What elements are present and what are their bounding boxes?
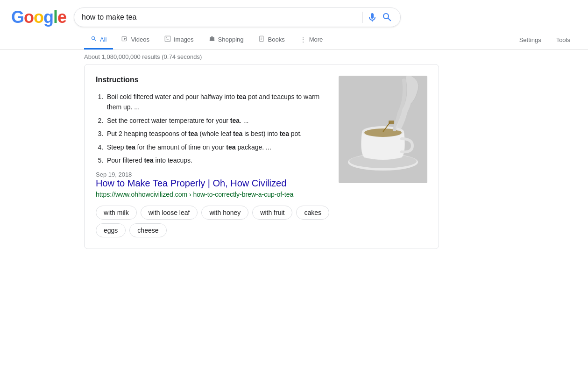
tab-images[interactable]: Images bbox=[158, 31, 200, 50]
search-input[interactable] bbox=[82, 13, 359, 21]
tab-videos-label: Videos bbox=[131, 36, 149, 43]
logo-letter-o2: o bbox=[34, 7, 43, 27]
instructions-list: Boil cold filtered water and pour halfwa… bbox=[96, 92, 331, 165]
settings-link[interactable]: Settings bbox=[513, 32, 548, 48]
tab-all[interactable]: All bbox=[84, 31, 113, 50]
books-icon bbox=[259, 36, 265, 43]
tools-link[interactable]: Tools bbox=[550, 32, 577, 48]
google-logo: Google bbox=[11, 7, 66, 27]
tab-books[interactable]: Books bbox=[252, 31, 291, 50]
tab-more[interactable]: ⋮ More bbox=[293, 31, 330, 50]
logo-letter-g: G bbox=[11, 7, 24, 27]
logo-letter-e: e bbox=[57, 7, 66, 27]
chip-eggs[interactable]: eggs bbox=[96, 223, 126, 237]
tab-shopping[interactable]: Shopping bbox=[202, 31, 250, 50]
more-icon: ⋮ bbox=[300, 36, 306, 43]
mic-icon[interactable] bbox=[367, 12, 378, 23]
svg-point-3 bbox=[166, 37, 167, 38]
list-item: Pour filtered tea into teacups. bbox=[105, 155, 331, 165]
list-item: Boil cold filtered water and pour halfwa… bbox=[105, 92, 331, 113]
logo-letter-o1: o bbox=[24, 7, 34, 27]
chip-with-loose-leaf[interactable]: with loose leaf bbox=[141, 206, 198, 220]
chip-cheese[interactable]: cheese bbox=[129, 223, 166, 237]
featured-date: Sep 19, 2018 bbox=[96, 171, 331, 178]
tab-more-label: More bbox=[309, 36, 323, 43]
chip-with-milk[interactable]: with milk bbox=[96, 206, 137, 220]
results-count: About 1,080,000,000 results (0.74 second… bbox=[0, 50, 588, 64]
instructions-title: Instructions bbox=[96, 76, 331, 84]
header: Google bbox=[0, 0, 588, 27]
chip-with-honey[interactable]: with honey bbox=[201, 206, 248, 220]
svg-rect-11 bbox=[389, 121, 394, 124]
tab-shopping-label: Shopping bbox=[218, 36, 244, 43]
list-item: Put 2 heaping teaspoons of tea (whole le… bbox=[105, 128, 331, 139]
result-url: https://www.ohhowcivilized.com › how-to-… bbox=[96, 191, 331, 198]
search-icon[interactable] bbox=[382, 12, 393, 23]
search-bar[interactable] bbox=[74, 7, 401, 27]
list-item: Steep tea for the amount of time on your… bbox=[105, 142, 331, 152]
images-icon bbox=[164, 36, 171, 43]
svg-rect-2 bbox=[165, 36, 170, 42]
shopping-icon bbox=[209, 36, 215, 43]
list-item: Set the correct water temperature for yo… bbox=[105, 115, 331, 126]
logo-letter-l: l bbox=[53, 7, 57, 27]
logo-letter-g2: g bbox=[43, 7, 53, 27]
svg-rect-4 bbox=[259, 36, 263, 42]
related-chips-container: with milk with loose leaf with honey wit… bbox=[96, 206, 331, 237]
tab-books-label: Books bbox=[268, 36, 285, 43]
result-title-link[interactable]: How to Make Tea Properly | Oh, How Civil… bbox=[96, 178, 331, 189]
main-content: Instructions Boil cold filtered water an… bbox=[0, 64, 458, 249]
featured-image bbox=[339, 76, 427, 183]
chip-cakes[interactable]: cakes bbox=[296, 206, 329, 220]
nav-tabs: All Videos Images Shopping Books ⋮ More … bbox=[0, 27, 588, 50]
tab-videos[interactable]: Videos bbox=[115, 31, 156, 50]
videos-icon bbox=[121, 36, 128, 43]
featured-snippet-card: Instructions Boil cold filtered water an… bbox=[84, 64, 439, 249]
tab-images-label: Images bbox=[174, 36, 194, 43]
tab-all-label: All bbox=[100, 36, 106, 43]
chip-with-fruit[interactable]: with fruit bbox=[252, 206, 292, 220]
featured-snippet-text: Instructions Boil cold filtered water an… bbox=[96, 76, 331, 237]
svg-marker-1 bbox=[124, 38, 126, 40]
all-icon bbox=[91, 36, 97, 43]
divider bbox=[362, 12, 363, 23]
